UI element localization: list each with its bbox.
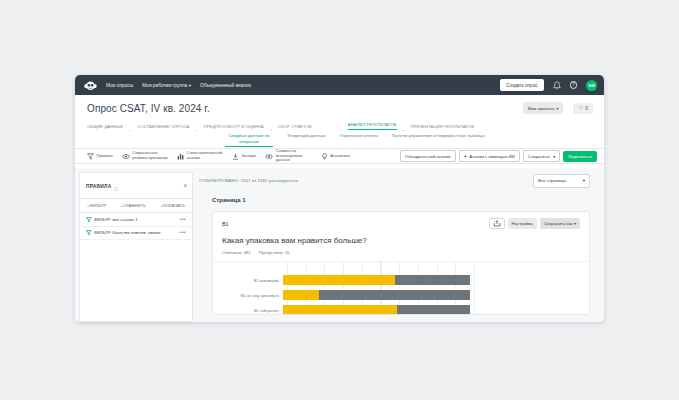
tool-shared-data[interactable]: Совместно используемые данные (265, 149, 312, 163)
help-icon[interactable]: ? (570, 81, 578, 89)
question-title: Какая упаковка вам нравится больше? (213, 229, 589, 245)
tool-export-label: Экспорт (241, 154, 256, 159)
bar-category-label: В1 аквамарин (213, 278, 283, 283)
page-background: Мои опросы Моя рабочая группа Объединенн… (0, 0, 679, 400)
combined-analysis-button[interactable]: Объединенный анализ (400, 150, 456, 162)
survey-title: Опрос CSAT, IV кв. 2024 г. (87, 103, 210, 114)
pages-select[interactable]: Все страницы (533, 174, 590, 188)
chart-row: В1 нейтрален (213, 305, 589, 315)
bar-segment-yellow (283, 290, 319, 300)
ellipsis-menu-icon[interactable]: ••• (179, 230, 186, 235)
tool-rules[interactable]: Правила (87, 153, 113, 160)
bar-track[interactable] (283, 305, 470, 315)
bar-segment-yellow (283, 305, 397, 315)
pages-select-value: Все страницы (538, 178, 566, 183)
chevron-down-icon (554, 106, 558, 111)
bar-segment-gray (397, 305, 470, 315)
bar-segment-gray (319, 290, 470, 300)
chart-row: В1 аквамарин (213, 275, 589, 285)
filter-funnel-icon (87, 153, 94, 160)
heart-icon (578, 105, 583, 111)
nav-workgroup[interactable]: Моя рабочая группа (142, 83, 191, 88)
rules-title: ПРАВИЛА (86, 184, 112, 189)
avatar[interactable]: SM (586, 80, 597, 91)
question-meta: Ответили: 482 Пропустили: 16 (213, 245, 589, 262)
bar-category-label: В1 не хочу рисковать (213, 293, 283, 298)
step-design[interactable]: СОСТАВЛЕНИЕ ОПРОСА (137, 124, 189, 129)
notifications-bell-icon[interactable] (553, 81, 561, 90)
add-compare-tab[interactable]: +СРАВНИТЬ (121, 203, 146, 208)
tool-export[interactable]: Экспорт (232, 153, 257, 160)
tool-rules-label: Правила (97, 154, 113, 159)
tool-saved-views[interactable]: Сохраненные режимы просмотра (122, 151, 169, 161)
bar-segment-yellow (283, 275, 395, 285)
share-button[interactable]: Поделиться (563, 151, 597, 162)
nav-combined-analysis[interactable]: Объединенный анализ (200, 83, 251, 88)
chart-row: В1 не хочу рисковать (213, 290, 589, 300)
nav-workgroup-label: Моя рабочая группа (142, 83, 187, 88)
bar-segment-gray (395, 275, 470, 285)
save-as-button[interactable]: Сохранить как (540, 218, 580, 229)
filter-rule-label: ФИЛЬТР: веб-ссылка 1 (94, 217, 138, 222)
step-preview[interactable]: ПРЕДПРОСМОТР И ОЦЕНКА (204, 124, 264, 129)
info-icon[interactable] (112, 177, 119, 195)
ellipsis-menu-icon[interactable]: ••• (179, 217, 186, 222)
step-analyze[interactable]: АНАЛИЗ РЕЗУЛЬТАТОВ (348, 122, 397, 130)
question-number: В1 (222, 221, 229, 227)
link-icon (265, 153, 273, 160)
app-window: Мои опросы Моя рабочая группа Объединенн… (75, 75, 604, 322)
saved-dropdown-button[interactable]: Сохранено (523, 150, 560, 162)
ai-analysis-label: Анализ с помощью ИИ (469, 154, 514, 159)
eye-icon (122, 153, 130, 160)
content-area: ПРАВИЛА × +ФИЛЬТР +СРАВНИТЬ +ПОКАЗАТЬ ФИ… (75, 168, 604, 322)
rules-tabs: +ФИЛЬТР +СРАВНИТЬ +ПОКАЗАТЬ (80, 199, 192, 213)
arrow-right-icon (194, 117, 198, 135)
filter-rule-item[interactable]: ФИЛЬТР: веб-ссылка 1 ••• (80, 213, 192, 227)
nav-my-surveys[interactable]: Мои опросы (106, 83, 133, 88)
tool-insights-label: Аналитика (330, 154, 350, 159)
filtered-banner: ОТФИЛЬТРОВАНО: 1167 из 1582 респондентов… (197, 168, 604, 188)
save-as-label: Сохранить как (544, 221, 573, 226)
project-dropdown-button[interactable]: Мои проекты (523, 102, 564, 114)
question-card-header: В1 Настройка Сохранить как (213, 212, 589, 229)
surveymonkey-logo-icon[interactable] (84, 80, 97, 91)
customize-button[interactable]: Настройка (508, 218, 537, 229)
bar-track[interactable] (283, 290, 470, 300)
filter-rule-label: ФИЛЬТР: Качество ответов: низкое (94, 230, 161, 235)
tool-benchmark[interactable]: Сопоставительный анализ (177, 151, 223, 161)
sparkle-icon (464, 154, 468, 159)
tab-question-summaries[interactable]: Сводные данные по вопросам (225, 133, 273, 147)
likes-badge[interactable]: 0 (573, 103, 593, 114)
close-icon[interactable]: × (183, 183, 187, 190)
step-present[interactable]: ПРЕЗЕНТАЦИЯ РЕЗУЛЬТАТОВ (411, 124, 474, 129)
create-survey-button[interactable]: Создать опрос (500, 79, 543, 91)
main-panel: ОТФИЛЬТРОВАНО: 1167 из 1582 респондентов… (197, 168, 604, 322)
arrow-right-icon (128, 117, 132, 135)
tool-benchmark-label: Сопоставительный анализ (187, 151, 223, 161)
workflow-stepper: ОБЩИЕ ДАННЫЕ СОСТАВЛЕНИЕ ОПРОСА ПРЕДПРОС… (75, 118, 604, 131)
chevron-down-icon (552, 154, 556, 159)
tab-data-trends[interactable]: Тенденции данных (287, 133, 326, 138)
add-filter-tab[interactable]: +ФИЛЬТР (87, 203, 106, 208)
tool-insights[interactable]: Аналитика (321, 153, 350, 160)
share-question-button[interactable] (489, 218, 505, 229)
filter-funnel-icon (86, 230, 92, 236)
tool-saved-views-label: Сохраненные режимы просмотра (132, 151, 168, 161)
lightbulb-icon (321, 153, 328, 160)
saved-label: Сохранено (528, 154, 550, 159)
bar-track[interactable] (283, 275, 470, 285)
bar-chart-icon (177, 153, 184, 160)
toolbar-actions: Объединенный анализ Анализ с помощью ИИ … (400, 150, 597, 162)
filter-rule-item[interactable]: ФИЛЬТР: Качество ответов: низкое ••• (80, 227, 192, 241)
tab-individual-responses[interactable]: Отдельные ответы (340, 133, 378, 138)
analyze-toolbar: Правила Сохраненные режимы просмотра Соп… (75, 148, 604, 164)
add-show-tab[interactable]: +ПОКАЗАТЬ (160, 203, 185, 208)
stacked-bar-chart: В1 аквамарин В1 не хочу рисковать В1 ней… (213, 262, 589, 315)
bar-category-label: В1 нейтрален (213, 308, 283, 313)
step-collect[interactable]: СБОР ОТВЕТОВ (278, 124, 312, 129)
share-icon (493, 220, 501, 227)
ai-analysis-button[interactable]: Анализ с помощью ИИ (459, 150, 520, 162)
step-summary[interactable]: ОБЩИЕ ДАННЫЕ (87, 124, 123, 129)
chevron-down-icon (583, 178, 585, 183)
tab-dashboards-crosstabs[interactable]: Панели управления и перекрестные таблицы (392, 133, 485, 138)
